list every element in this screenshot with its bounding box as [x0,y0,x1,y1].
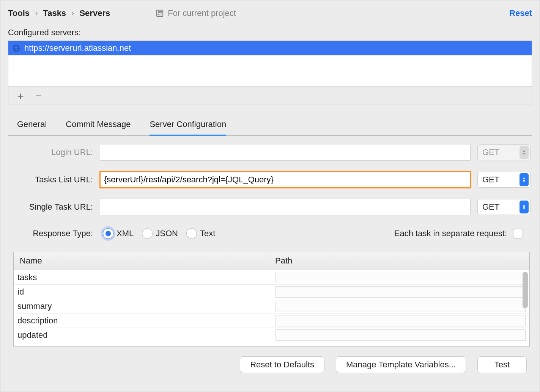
add-server-button[interactable]: ＋ [15,91,26,101]
breadcrumb-servers[interactable]: Servers [79,8,110,18]
server-url: https://serverurl.atlassian.net [24,43,131,53]
tasks-list-url-row: Tasks List URL: GET ▲▼ [13,171,531,188]
chevron-updown-icon: ▲▼ [520,173,529,186]
topbar: Tools › Tasks › Servers For current proj… [8,6,532,21]
project-scope: For current project [156,8,236,18]
breadcrumb-tools[interactable]: Tools [8,8,30,18]
globe-icon [12,44,20,52]
tasks-list-url-label: Tasks List URL: [13,175,93,185]
manage-template-variables-button[interactable]: Manage Template Variables... [336,356,466,373]
chevron-right-icon: › [71,8,74,18]
response-type-row: Response Type: XML JSON Text Each task i… [8,228,532,239]
project-scope-icon [156,9,164,17]
login-url-input [100,144,471,161]
single-task-url-label: Single Task URL: [13,202,93,212]
row-path-input[interactable] [276,286,526,298]
settings-panel: Tools › Tasks › Servers For current proj… [0,0,540,392]
response-type-json[interactable]: JSON [142,228,178,239]
svg-rect-0 [157,10,163,17]
row-path-input[interactable] [276,329,526,341]
single-task-url-row: Single Task URL: GET ▲▼ [13,199,531,215]
row-path-input[interactable] [276,315,526,326]
tasks-list-url-method: GET [482,175,499,185]
login-url-method-select: GET ▲▼ [477,144,531,160]
response-type-text-label: Text [200,229,215,238]
tasks-list-url-input[interactable] [100,171,471,188]
login-url-row: Login URL: GET ▲▼ [13,144,531,161]
servers-toolbar: ＋ − [8,86,532,105]
table-row[interactable]: id [14,285,529,299]
login-url-method: GET [482,147,499,157]
row-name: description [14,314,272,328]
table-row[interactable]: tasks [14,270,529,285]
response-type-text[interactable]: Text [186,228,215,239]
tasks-list-url-method-select[interactable]: GET ▲▼ [477,172,531,188]
row-name: summary [14,299,272,313]
configured-servers-label: Configured servers: [8,28,532,38]
scrollbar-thumb[interactable] [523,272,528,308]
row-name: updated [14,328,272,342]
project-scope-label: For current project [168,8,236,18]
server-config-form: Login URL: GET ▲▼ Tasks List URL: GET ▲▼… [8,144,532,215]
each-task-row: Each task in separate request: [394,229,523,238]
row-path-input[interactable] [276,272,526,283]
single-task-url-method-select[interactable]: GET ▲▼ [477,199,531,215]
tabs: General Commit Message Server Configurat… [8,116,532,136]
column-path[interactable]: Path [269,252,529,270]
test-button[interactable]: Test [477,356,527,373]
tab-general[interactable]: General [17,119,47,135]
row-name: tasks [14,270,272,284]
reset-to-defaults-button[interactable]: Reset to Defaults [240,356,324,373]
row-name: id [14,285,272,299]
tab-server-configuration[interactable]: Server Configuration [150,119,226,136]
login-url-label: Login URL: [13,147,93,157]
svg-rect-1 [159,11,162,13]
radio-icon [142,228,153,239]
table-row[interactable]: description [14,314,529,328]
each-task-checkbox[interactable] [513,229,523,238]
button-row: Reset to Defaults Manage Template Variab… [8,356,532,373]
table-row[interactable]: updated [14,328,529,342]
table-row[interactable]: summary [14,299,529,314]
server-row[interactable]: https://serverurl.atlassian.net [8,41,532,55]
configured-servers-box: https://serverurl.atlassian.net ＋ − [8,41,532,105]
breadcrumb: Tools › Tasks › Servers [8,8,110,18]
reset-link[interactable]: Reset [509,8,532,18]
row-path-input[interactable] [276,301,526,312]
response-type-xml[interactable]: XML [103,228,134,239]
table-header: Name Path [14,252,529,270]
response-type-json-label: JSON [156,229,178,238]
single-task-url-input[interactable] [100,199,471,215]
breadcrumb-tasks[interactable]: Tasks [43,8,66,18]
each-task-label: Each task in separate request: [394,229,507,238]
chevron-right-icon: › [35,8,38,18]
chevron-updown-icon: ▲▼ [520,146,529,159]
configured-servers-list[interactable]: https://serverurl.atlassian.net [8,41,532,86]
column-name[interactable]: Name [14,252,269,270]
response-type-label: Response Type: [13,229,93,238]
path-table: Name Path tasks id summary description u… [13,252,530,347]
svg-rect-2 [159,14,162,15]
chevron-updown-icon: ▲▼ [520,201,529,213]
radio-icon [103,228,113,239]
table-body: tasks id summary description updated [14,270,529,342]
response-type-xml-label: XML [117,229,134,238]
tab-commit-message[interactable]: Commit Message [66,119,131,135]
radio-icon [186,228,197,239]
single-task-url-method: GET [482,202,499,212]
remove-server-button[interactable]: − [36,91,42,101]
